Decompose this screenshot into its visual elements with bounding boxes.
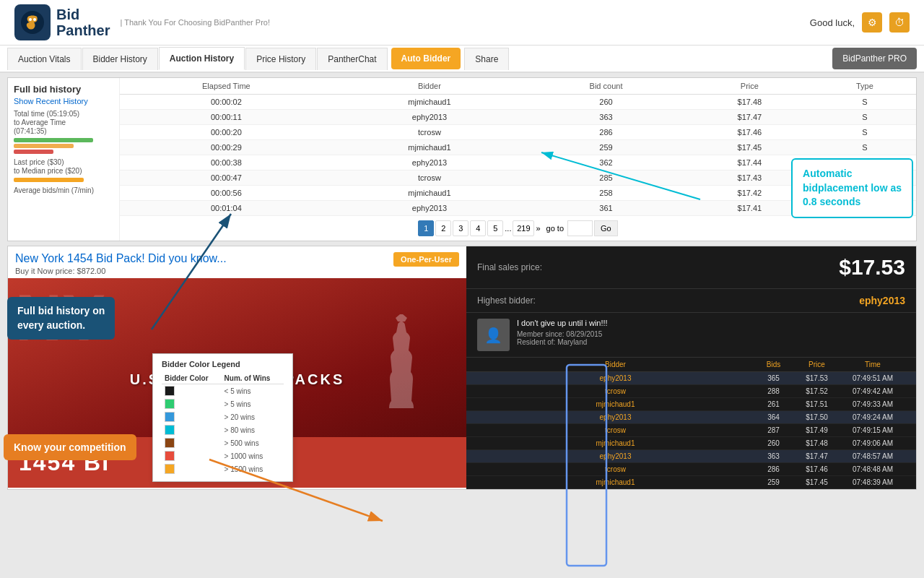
bid-history-panel: Full bid history Show Recent History Tot… xyxy=(7,77,917,241)
bids-row: ephy2013 364 $17.50 07:49:24 AM xyxy=(466,411,916,424)
good-luck-text: Good luck, xyxy=(810,17,855,28)
bids-row: mjmichaud1 260 $17.48 07:49:06 AM xyxy=(466,437,916,450)
tab-auction-history[interactable]: Auction History xyxy=(159,47,245,70)
bids-col-time: Time xyxy=(840,361,905,368)
tab-panther-chat[interactable]: PantherChat xyxy=(317,48,387,70)
tab-auction-vitals[interactable]: Auction Vitals xyxy=(7,48,82,70)
auction-title: New York 1454 Bid Pack! Did you know... xyxy=(15,252,227,265)
annotation-auto-bidder: Automaticbidplacement low as0.8 seconds xyxy=(791,158,913,218)
legend-row: > 500 wins xyxy=(162,436,284,449)
bids-row: tcrosw 288 $17.52 07:49:42 AM xyxy=(466,385,916,398)
tab-bidpanther-pro[interactable]: BidPanther PRO xyxy=(832,48,917,69)
legend-row: > 80 wins xyxy=(162,423,284,436)
logo-text: Bid Panther xyxy=(56,7,110,38)
bid-table-row: 00:00:29 mjmichaud1 259 $17.45 S xyxy=(120,140,916,155)
header-right: Good luck, ⚙ ⏱ xyxy=(810,12,910,33)
bids-row: ephy2013 363 $17.47 07:48:57 AM xyxy=(466,450,916,463)
logo-panther: Panther xyxy=(56,22,110,38)
buy-now-price: Buy it Now price: $872.00 xyxy=(15,267,227,275)
col-bid-count: Bid count xyxy=(526,78,686,95)
auction-right: Final sales price: $17.53 Highest bidder… xyxy=(466,246,916,489)
total-time-stat: Total time (05:19:05) xyxy=(14,110,113,118)
bids-row: tcrosw 287 $17.49 07:49:15 AM xyxy=(466,424,916,437)
final-price-value: $17.53 xyxy=(839,255,905,280)
legend-row: > 20 wins xyxy=(162,410,284,423)
to-median-stat: to Median price ($20) xyxy=(14,167,113,175)
page-2-btn[interactable]: 2 xyxy=(435,220,451,236)
col-elapsed: Elapsed Time xyxy=(120,78,333,95)
bids-col-price: Price xyxy=(793,361,840,368)
col-price: Price xyxy=(686,78,814,95)
bids-col-bidder: Bidder xyxy=(477,361,754,368)
bidder-avatar: 👤 xyxy=(477,319,510,351)
highest-bidder-name: ephy2013 xyxy=(859,295,905,306)
gear-icon-btn[interactable]: ⚙ xyxy=(862,12,882,33)
svg-point-2 xyxy=(33,18,36,21)
logo-bid: Bid xyxy=(56,7,79,22)
page-ellipsis: ... xyxy=(505,224,511,233)
annotation-know-competition: Know your competition xyxy=(4,434,136,460)
bid-stats-panel: Full bid history Show Recent History Tot… xyxy=(8,78,120,241)
logo-icon xyxy=(14,4,51,40)
legend-col-color: Bidder Color xyxy=(162,373,222,384)
one-per-user-badge: One-Per-User xyxy=(393,252,459,267)
highest-bidder-section: Highest bidder: ephy2013 xyxy=(466,289,916,313)
bidder-quote: I don't give up until i win!!! xyxy=(517,319,608,327)
panther-logo-icon xyxy=(19,9,45,35)
main-content: Full bid history Show Recent History Tot… xyxy=(0,73,924,578)
bids-row: mjmichaud1 259 $17.45 07:48:39 AM xyxy=(466,476,916,489)
col-type: Type xyxy=(814,78,916,95)
legend-row: > 1000 wins xyxy=(162,449,284,462)
legend-row: > 1500 wins xyxy=(162,462,284,475)
bidder-info: I don't give up until i win!!! Member si… xyxy=(517,319,608,346)
svg-point-1 xyxy=(29,18,32,21)
page-219-btn[interactable]: 219 xyxy=(513,220,534,236)
to-avg-label: to Average Time xyxy=(14,118,113,126)
bid-table-row: 00:00:20 tcrosw 286 $17.46 S xyxy=(120,125,916,140)
page-4-btn[interactable]: 4 xyxy=(470,220,486,236)
clock-icon-btn[interactable]: ⏱ xyxy=(889,12,910,33)
col-bidder: Bidder xyxy=(333,78,527,95)
page-1-btn[interactable]: 1 xyxy=(418,220,434,236)
bid-history-title: Full bid history xyxy=(14,84,113,95)
bid-table-row: 00:00:11 ephy2013 363 $17.47 S xyxy=(120,110,916,125)
color-legend-popup: Bidder Color Legend Bidder Color Num. of… xyxy=(152,353,293,482)
statue-silhouette xyxy=(358,314,445,430)
bids-table-body: ephy2013 365 $17.53 07:49:51 AM tcrosw 2… xyxy=(466,372,916,489)
last-price-stat: Last price ($30) xyxy=(14,158,113,166)
final-price-label: Final sales price: xyxy=(477,262,542,272)
legend-title: Bidder Color Legend xyxy=(162,360,284,368)
auction-panel: New York 1454 Bid Pack! Did you know... … xyxy=(7,246,917,490)
nav-tabs: Auction Vitals Bidder History Auction Hi… xyxy=(0,46,924,73)
page-5-btn[interactable]: 5 xyxy=(487,220,503,236)
tab-auto-bidder[interactable]: Auto Bidder xyxy=(391,48,461,69)
avg-time: (07:41:35) xyxy=(14,127,113,135)
bids-table-header: Bidder Bids Price Time xyxy=(466,358,916,372)
tagline: | Thank You For Choosing BidPanther Pro! xyxy=(120,18,270,27)
resident-of: Resident of: Maryland xyxy=(517,338,608,346)
tab-bidder-history[interactable]: Bidder History xyxy=(82,48,158,70)
bids-row: mjmichaud1 261 $17.51 07:49:33 AM xyxy=(466,398,916,411)
avg-bids-stat: Average bids/min (7/min) xyxy=(14,186,113,194)
highest-bidder-label: Highest bidder: xyxy=(477,296,536,306)
go-to-label: go to xyxy=(546,224,564,233)
bids-row: ephy2013 365 $17.53 07:49:51 AM xyxy=(466,372,916,385)
bids-col-bids: Bids xyxy=(754,361,793,368)
tab-price-history[interactable]: Price History xyxy=(245,48,316,70)
legend-row: > 5 wins xyxy=(162,397,284,410)
final-price-section: Final sales price: $17.53 xyxy=(466,246,916,289)
legend-row: < 5 wins xyxy=(162,384,284,398)
annotation-bid-history: Full bid history onevery auction. xyxy=(7,297,115,340)
bidder-profile-section: 👤 I don't give up until i win!!! Member … xyxy=(466,313,916,358)
show-recent-link[interactable]: Show Recent History xyxy=(14,97,113,105)
tab-share[interactable]: Share xyxy=(464,48,509,70)
bids-row: tcrosw 286 $17.46 07:48:48 AM xyxy=(466,463,916,476)
legend-col-wins: Num. of Wins xyxy=(222,373,284,384)
pagination: 1 2 3 4 5 ... 219 » go to Go xyxy=(120,216,916,241)
member-since: Member since: 08/29/2015 xyxy=(517,330,608,338)
page-next-arrow: » xyxy=(536,224,540,233)
go-to-input[interactable] xyxy=(567,220,593,236)
page-3-btn[interactable]: 3 xyxy=(453,220,468,236)
header: Bid Panther | Thank You For Choosing Bid… xyxy=(0,0,924,46)
go-btn[interactable]: Go xyxy=(594,220,618,236)
